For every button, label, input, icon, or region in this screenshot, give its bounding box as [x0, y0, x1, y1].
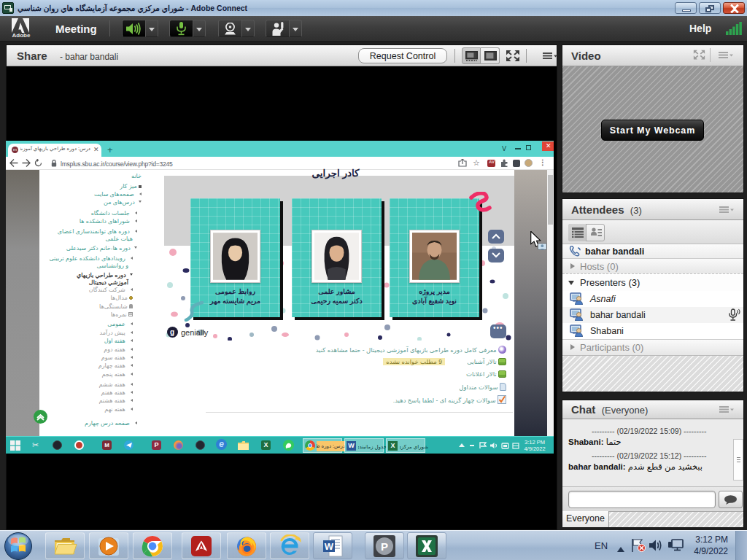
svg-text:P: P [381, 540, 388, 552]
svg-text:W: W [325, 541, 334, 552]
